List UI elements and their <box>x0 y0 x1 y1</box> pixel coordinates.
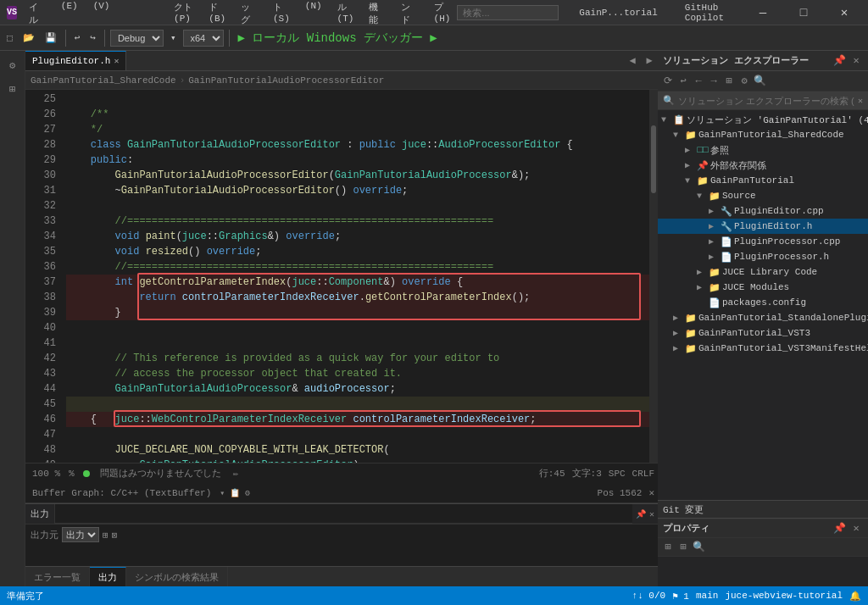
sol-search-btn[interactable]: 🔍 <box>753 75 766 88</box>
code-line-44: GainPanTutorialAudioProcessor& audioProc… <box>66 381 649 397</box>
maximize-button[interactable]: □ <box>787 0 821 25</box>
tree-refs[interactable]: ▶ □□ 参照 <box>658 142 868 158</box>
code-line-34: void paint(juce::Graphics&) override; <box>66 229 649 244</box>
tree-external-deps[interactable]: ▶ 📌 外部依存関係 <box>658 158 868 173</box>
sol-back-btn[interactable]: ← <box>692 75 705 88</box>
packages-icon: 📄 <box>709 297 721 308</box>
tab-bar: PluginEditor.h ✕ ◀ ▶ <box>25 51 658 71</box>
tree-source[interactable]: ▼ 📁 Source <box>658 188 868 203</box>
tab-error-list[interactable]: エラー一覧 <box>25 567 90 586</box>
vertical-scrollbar[interactable] <box>649 90 658 463</box>
source-folder-icon: 📁 <box>709 191 721 202</box>
output-close-btn[interactable]: ✕ <box>649 509 654 519</box>
code-line-48: JUCE_DECLARE_NON_COPYABLE_WITH_LEAK_DETE… <box>66 442 649 458</box>
tree-vst3[interactable]: ▶ 📁 GainPanTutorial_VST3 <box>658 325 868 341</box>
toolbar-new-btn[interactable]: ⬚ <box>3 29 16 47</box>
toolbar-undo-btn[interactable]: ↩ <box>71 29 84 47</box>
sol-settings-btn[interactable]: ⚙ <box>737 75 751 88</box>
sol-close-btn[interactable]: ✕ <box>849 54 863 68</box>
breadcrumb-project: GainPanTutorial_SharedCode <box>31 75 176 86</box>
tree-vst3-manifest[interactable]: ▶ 📁 GainPanTutorial_VST3ManifestHelper <box>658 341 868 356</box>
prop-tool-1[interactable]: ⊞ <box>661 541 675 554</box>
sidebar-icon-2[interactable]: ⊞ <box>2 78 24 100</box>
tree-plugin-processor-cpp[interactable]: ▶ 📄 PluginProcessor.cpp <box>658 234 868 249</box>
tab-scroll-left[interactable]: ◀ <box>624 51 641 70</box>
tab-label: PluginEditor.h <box>32 56 110 66</box>
gainpan-icon: 📁 <box>697 175 709 186</box>
notification-icon[interactable]: 🔔 <box>849 591 861 602</box>
output-source-select[interactable]: 出力 <box>62 527 99 542</box>
title-search-input[interactable] <box>457 5 559 20</box>
tree-shared-code[interactable]: ▼ 📁 GainPanTutorial_SharedCode <box>658 127 868 142</box>
buffer-graph-label[interactable]: Buffer Graph: C/C++ (TextBuffer) <box>29 488 214 498</box>
tree-packages-config[interactable]: 📄 packages.config <box>658 295 868 310</box>
title-bar-right: GainP...torial GitHub Copilot — □ ✕ <box>457 0 861 25</box>
run-debug-button[interactable]: ▶ ローカル Windows デバッガー ▶ <box>235 29 441 47</box>
close-buffer-btn[interactable]: ✕ <box>645 487 658 498</box>
prop-tool-2[interactable]: ⊞ <box>676 541 690 554</box>
juce-mod-icon: 📁 <box>709 282 721 293</box>
output-pin-btn[interactable]: 📌 <box>636 509 646 519</box>
tab-scroll-right[interactable]: ▶ <box>641 51 658 70</box>
output-title: 出力 <box>25 504 55 525</box>
status-right: 行:45 文字:3 SPC CRLF <box>536 467 658 480</box>
output-icon-1[interactable]: ⊞ <box>103 530 108 541</box>
prop-close-btn[interactable]: ✕ <box>849 522 863 536</box>
git-branch[interactable]: main <box>696 591 718 602</box>
main-window: VS ファイル(F) 編集(E) 表示(V) Git(G) プロジェクト(P) … <box>0 0 868 605</box>
toolbar-save-btn[interactable]: 💾 <box>42 29 60 47</box>
platform-select[interactable]: x64 <box>183 30 224 47</box>
tab-output[interactable]: 出力 <box>90 567 126 586</box>
code-line-25 <box>66 92 649 107</box>
properties-content <box>658 557 868 586</box>
scrollbar-thumb[interactable] <box>651 125 656 193</box>
tree-plugin-processor-h[interactable]: ▶ 📄 PluginProcessor.h <box>658 249 868 264</box>
minimize-button[interactable]: — <box>746 0 780 25</box>
refs-label: 参照 <box>710 144 868 157</box>
manifest-label: GainPanTutorial_VST3ManifestHelper <box>698 343 868 353</box>
tree-standalone-plugin[interactable]: ▶ 📁 GainPanTutorial_StandalonePlugin <box>658 310 868 325</box>
sidebar-icon-1[interactable]: ⚙ <box>2 54 24 76</box>
packages-label: packages.config <box>722 297 868 308</box>
sol-filter-btn[interactable]: ⊞ <box>722 75 736 88</box>
sol-git-bar: Git 変更 <box>658 500 868 519</box>
toolbar-redo-btn[interactable]: ↪ <box>86 29 99 47</box>
sol-git-label[interactable]: Git 変更 <box>658 503 858 516</box>
code-line-27: */ <box>66 122 649 137</box>
close-button[interactable]: ✕ <box>827 0 861 25</box>
search-clear-icon[interactable]: ✕ <box>858 96 863 106</box>
tab-close-icon[interactable]: ✕ <box>114 56 119 66</box>
toolbar-dropdown-arrow[interactable]: ▾ <box>167 29 180 47</box>
tree-plugin-editor-cpp[interactable]: ▶ 🔧 PluginEditor.cpp <box>658 203 868 219</box>
tree-juce-modules[interactable]: ▶ 📁 JUCE Modules <box>658 280 868 295</box>
zoom-level[interactable]: 100 % <box>29 469 64 479</box>
sol-refresh-btn[interactable]: ↩ <box>676 75 690 88</box>
prop-tool-3[interactable]: 🔍 <box>692 541 705 554</box>
juce-label[interactable]: juce-webview-tutorial <box>725 591 843 602</box>
sol-pin-btn[interactable]: 📌 <box>832 54 846 68</box>
solution-search-input[interactable] <box>678 96 854 106</box>
expand-arrow-vst3: ▶ <box>673 328 683 338</box>
tab-symbol-search[interactable]: シンボルの検索結果 <box>126 567 228 586</box>
debug-config-select[interactable]: Debug <box>110 30 164 47</box>
juce-lib-label: JUCE Library Code <box>722 267 868 277</box>
git-count[interactable]: ⚑ 1 <box>672 591 689 602</box>
expand-arrow-peh: ▶ <box>709 221 719 231</box>
standalone-label: GainPanTutorial_StandalonePlugin <box>698 313 868 323</box>
tree-juce-lib-code[interactable]: ▶ 📁 JUCE Library Code <box>658 264 868 280</box>
tab-plugin-editor-h[interactable]: PluginEditor.h ✕ <box>25 51 126 70</box>
code-content[interactable]: /** */ class GainPanTutorialAudioProcess… <box>63 90 649 463</box>
tree-gainpan[interactable]: ▼ 📁 GainPanTutorial <box>658 173 868 188</box>
char-info: 文字:3 <box>569 467 605 480</box>
solution-icon: 📋 <box>673 114 685 125</box>
prop-pin-btn[interactable]: 📌 <box>832 522 846 536</box>
output-icon-2[interactable]: ⊠ <box>112 530 118 541</box>
tree-solution-root[interactable]: ▼ 📋 ソリューション 'GainPanTutorial' (4/4 のプロジェ… <box>658 112 868 127</box>
toolbar-open-btn[interactable]: 📂 <box>19 29 38 47</box>
sol-sync-btn[interactable]: ⟳ <box>661 75 675 88</box>
solution-tree: ▼ 📋 ソリューション 'GainPanTutorial' (4/4 のプロジェ… <box>658 110 868 500</box>
sol-forward-btn[interactable]: → <box>707 75 721 88</box>
status-right-items: ↑↓ 0/0 ⚑ 1 main juce-webview-tutorial 🔔 <box>632 591 861 602</box>
tree-plugin-editor-h[interactable]: ▶ 🔧 PluginEditor.h <box>658 219 868 234</box>
git-arrows[interactable]: ↑↓ 0/0 <box>632 591 666 602</box>
